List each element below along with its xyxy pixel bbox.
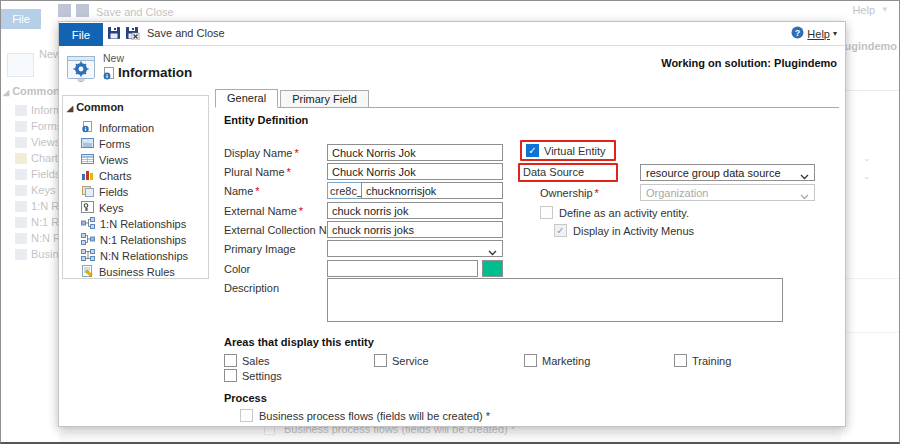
charts-icon xyxy=(81,169,94,183)
sidebar-item-label: N:N Relationships xyxy=(100,250,188,262)
background-save-icon xyxy=(58,4,71,17)
background-item-icon xyxy=(15,233,27,244)
sidebar-item-label: Charts xyxy=(99,170,131,182)
ownership-select: Organization xyxy=(640,184,815,201)
background-divider xyxy=(846,90,899,91)
description-textarea[interactable] xyxy=(327,278,783,322)
area-settings-label: Settings xyxy=(242,370,282,382)
background-help-label: Help xyxy=(852,4,875,16)
data-source-select[interactable]: resource group data source xyxy=(640,164,815,181)
background-file-button: File xyxy=(1,9,41,29)
background-chevron-down-icon: ⌄ xyxy=(863,153,871,163)
new-entity-dialog: File Save and Close ? Help ▾ New xyxy=(58,21,846,427)
sidebar-item-keys[interactable]: Keys xyxy=(81,200,123,215)
area-sales-label: Sales xyxy=(242,355,270,367)
working-on-solution: Working on solution: Plugindemo xyxy=(661,57,837,69)
tab-primary-field[interactable]: Primary Field xyxy=(280,90,369,108)
dialog-header: New Information Working on solution: Plu… xyxy=(59,47,845,91)
business-process-flows-label: Business process flows (fields will be c… xyxy=(259,410,490,422)
file-button[interactable]: File xyxy=(59,23,103,46)
external-name-label: External Name xyxy=(224,205,303,217)
background-chevron-down-icon: ⌄ xyxy=(863,171,871,181)
save-and-close-icon[interactable] xyxy=(125,26,139,40)
forms-icon xyxy=(81,137,94,151)
name-label: Name xyxy=(224,185,260,197)
plural-name-input[interactable] xyxy=(327,163,503,180)
primary-image-select[interactable] xyxy=(327,240,503,257)
color-label: Color xyxy=(224,263,250,275)
background-item-icon xyxy=(15,121,27,132)
sidebar-item-fields[interactable]: Fields xyxy=(81,184,128,199)
collapse-triangle-icon: ◢ xyxy=(67,104,73,113)
sidebar-item-1n-relationships[interactable]: 1:N Relationships xyxy=(81,216,186,231)
plural-name-label: Plural Name xyxy=(224,166,291,178)
dialog-toolbar: File Save and Close ? Help ▾ xyxy=(59,22,845,46)
background-item-label: Keys xyxy=(31,184,55,196)
views-icon xyxy=(81,153,94,167)
business-rules-icon xyxy=(81,265,94,279)
external-collection-name-input[interactable] xyxy=(327,221,503,238)
save-icon[interactable] xyxy=(107,26,121,40)
name-input[interactable] xyxy=(361,182,503,199)
many-to-many-icon xyxy=(81,249,95,263)
ownership-label: Ownership xyxy=(540,187,599,199)
display-name-input[interactable] xyxy=(327,144,503,161)
sidebar-item-charts[interactable]: Charts xyxy=(81,168,131,183)
background-item-icon xyxy=(15,137,27,148)
area-marketing-checkbox[interactable] xyxy=(524,354,537,367)
color-input[interactable] xyxy=(327,260,478,277)
help-menu[interactable]: ? Help ▾ xyxy=(791,26,837,41)
business-process-flows-checkbox xyxy=(240,409,253,422)
area-settings-checkbox[interactable] xyxy=(224,369,237,382)
background-item-icon xyxy=(15,169,27,180)
screen: File Save and Close Help ▾ New Working o… xyxy=(0,0,900,444)
external-name-input[interactable] xyxy=(327,202,503,219)
description-label: Description xyxy=(224,282,279,294)
sidebar-item-views[interactable]: Views xyxy=(81,152,128,167)
sidebar-item-nn-relationships[interactable]: N:N Relationships xyxy=(81,248,188,263)
page-title: Information xyxy=(118,65,192,80)
sidebar-item-label: Forms xyxy=(99,138,130,150)
chevron-down-icon xyxy=(800,170,809,182)
sidebar-item-forms[interactable]: Forms xyxy=(81,136,130,151)
save-and-close-label[interactable]: Save and Close xyxy=(147,27,225,39)
background-item-label: Fields xyxy=(31,168,60,180)
sidebar-item-label: Information xyxy=(99,122,154,134)
sidebar-group-common[interactable]: ◢Common xyxy=(67,101,124,113)
help-label: Help xyxy=(807,28,830,40)
sidebar-item-information[interactable]: Information xyxy=(81,120,154,135)
help-icon: ? xyxy=(791,26,804,41)
area-service-checkbox[interactable] xyxy=(374,354,387,367)
keys-icon xyxy=(81,201,94,215)
sidebar-group-label: Common xyxy=(76,101,124,113)
background-save-and-close-label: Save and Close xyxy=(96,6,174,18)
sidebar-item-label: Keys xyxy=(99,202,123,214)
background-item-label: Views xyxy=(31,136,60,148)
area-service-label: Service xyxy=(392,355,429,367)
chevron-down-icon xyxy=(488,246,497,258)
background-item-icon xyxy=(15,201,27,212)
one-to-many-icon xyxy=(81,217,95,231)
color-swatch[interactable] xyxy=(482,260,503,277)
sidebar-item-business-rules[interactable]: Business Rules xyxy=(81,264,175,279)
area-sales-checkbox[interactable] xyxy=(224,354,237,367)
sidebar-item-label: Business Rules xyxy=(99,266,175,278)
tab-strip: General Primary Field xyxy=(215,90,839,108)
background-panel xyxy=(844,278,900,333)
area-training-checkbox[interactable] xyxy=(674,354,687,367)
define-activity-checkbox xyxy=(540,206,553,219)
background-item-icon xyxy=(15,105,27,116)
virtual-entity-checkbox[interactable]: ✓ xyxy=(526,144,539,157)
display-activity-menus-checkbox: ✓ xyxy=(554,224,567,237)
sidebar-item-n1-relationships[interactable]: N:1 Relationships xyxy=(81,232,186,247)
section-entity-definition: Entity Definition xyxy=(224,114,308,126)
record-state-label: New xyxy=(103,52,124,64)
section-process-title: Process xyxy=(224,392,267,404)
information-icon xyxy=(81,121,94,135)
entity-sidebar: ◢Common Information Forms Views Charts F… xyxy=(62,95,209,279)
background-common-group: ◢Common xyxy=(3,85,60,97)
svg-text:?: ? xyxy=(795,28,801,38)
display-name-label: Display Name xyxy=(224,147,299,159)
sidebar-item-label: Views xyxy=(99,154,128,166)
tab-general[interactable]: General xyxy=(215,89,278,108)
